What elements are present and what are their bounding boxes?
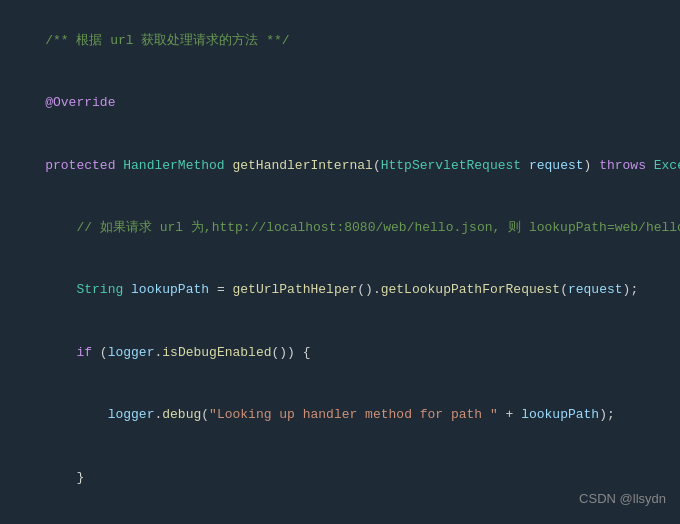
code-block: /** 根据 url 获取处理请求的方法 **/ @Override prote… xyxy=(0,0,680,524)
type-handlermethod: HandlerMethod xyxy=(123,158,232,173)
keyword-if1: if xyxy=(76,345,99,360)
plain-1: ( xyxy=(373,158,381,173)
type-string: String xyxy=(76,282,131,297)
line-3: protected HandlerMethod getHandlerIntern… xyxy=(14,135,666,197)
var-req1: request xyxy=(568,282,623,297)
var-logger1: logger xyxy=(108,345,155,360)
plain-brace1: } xyxy=(45,470,84,485)
line-6: if (logger.isDebugEnabled()) { xyxy=(14,322,666,384)
string-1: "Looking up handler method for path " xyxy=(209,407,498,422)
line-5: String lookupPath = getUrlPathHelper().g… xyxy=(14,260,666,322)
plain-plus1: + xyxy=(498,407,521,422)
method-gethandlerinternal: getHandlerInternal xyxy=(232,158,372,173)
plain-paren2: ( xyxy=(201,407,209,422)
plain-p2: ( xyxy=(560,282,568,297)
plain-eq1: = xyxy=(217,282,233,297)
plain-paren1: ()) { xyxy=(272,345,311,360)
plain-indent1 xyxy=(45,282,76,297)
keyword-throws: throws xyxy=(599,158,654,173)
method-getlookuppathforrequest: getLookupPathForRequest xyxy=(381,282,560,297)
type-httpservletrequest: HttpServletRequest xyxy=(381,158,529,173)
line-8: } xyxy=(14,447,666,509)
annotation-override: @Override xyxy=(45,95,115,110)
plain-if1: ( xyxy=(100,345,108,360)
line-1: /** 根据 url 获取处理请求的方法 **/ xyxy=(14,10,666,72)
comment-1: /** 根据 url 获取处理请求的方法 **/ xyxy=(45,33,289,48)
method-isdebugenabled1: isDebugEnabled xyxy=(162,345,271,360)
var-request: request xyxy=(529,158,584,173)
plain-end1: ); xyxy=(599,407,615,422)
method-geturlpathhelper: getUrlPathHelper xyxy=(232,282,357,297)
var-logger2: logger xyxy=(108,407,155,422)
plain-p1: (). xyxy=(357,282,380,297)
method-debug1: debug xyxy=(162,407,201,422)
plain-indent3 xyxy=(45,407,107,422)
keyword-protected: protected xyxy=(45,158,123,173)
plain-indent2 xyxy=(45,345,76,360)
line-7: logger.debug("Looking up handler method … xyxy=(14,384,666,446)
line-2: @Override xyxy=(14,72,666,134)
type-exception: Exception xyxy=(654,158,680,173)
line-9: this.mappingRegistry.acquireReadLock(); xyxy=(14,509,666,524)
plain-p3: ); xyxy=(623,282,639,297)
comment-2: // 如果请求 url 为,http://localhost:8080/web/… xyxy=(45,220,680,235)
var-lookuppath2: lookupPath xyxy=(521,407,599,422)
watermark: CSDN @llsydn xyxy=(579,489,666,510)
plain-2: ) xyxy=(584,158,600,173)
line-4: // 如果请求 url 为,http://localhost:8080/web/… xyxy=(14,197,666,259)
var-lookuppath: lookupPath xyxy=(131,282,217,297)
